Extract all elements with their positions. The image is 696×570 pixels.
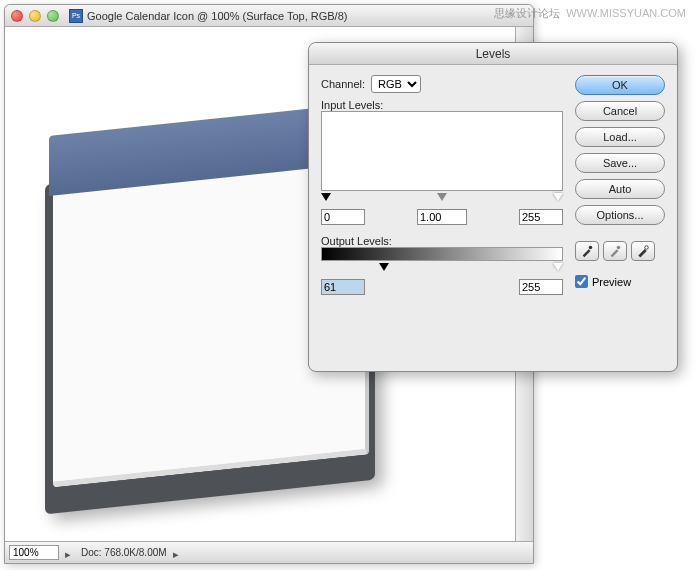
input-levels-label: Input Levels:	[321, 99, 563, 111]
ok-button[interactable]: OK	[575, 75, 665, 95]
auto-button[interactable]: Auto	[575, 179, 665, 199]
chevron-right-icon[interactable]: ▸	[173, 548, 183, 558]
watermark: 思缘设计论坛WWW.MISSYUAN.COM	[494, 6, 686, 21]
midpoint-slider[interactable]	[437, 193, 447, 201]
output-black-slider[interactable]	[379, 263, 389, 271]
input-white-field[interactable]	[519, 209, 563, 225]
svg-point-2	[645, 246, 649, 250]
output-levels-label: Output Levels:	[321, 235, 563, 247]
options-button[interactable]: Options...	[575, 205, 665, 225]
black-point-slider[interactable]	[321, 193, 331, 201]
histogram	[321, 111, 563, 191]
input-black-field[interactable]	[321, 209, 365, 225]
output-gradient	[321, 247, 563, 261]
zoom-field[interactable]: 100%	[9, 545, 59, 560]
channel-select[interactable]: RGB	[371, 75, 421, 93]
preview-label: Preview	[592, 276, 631, 288]
cancel-button[interactable]: Cancel	[575, 101, 665, 121]
eyedropper-group	[575, 241, 665, 261]
gray-eyedropper-icon[interactable]	[603, 241, 627, 261]
white-point-slider[interactable]	[553, 193, 563, 201]
window-title: Google Calendar Icon @ 100% (Surface Top…	[87, 10, 347, 22]
input-mid-field[interactable]	[417, 209, 467, 225]
black-eyedropper-icon[interactable]	[575, 241, 599, 261]
window-controls	[11, 10, 59, 22]
titlebar[interactable]: Google Calendar Icon @ 100% (Surface Top…	[5, 5, 533, 27]
save-button[interactable]: Save...	[575, 153, 665, 173]
close-icon[interactable]	[11, 10, 23, 22]
doc-info: Doc: 768.0K/8.00M	[81, 547, 167, 558]
output-slider[interactable]	[321, 265, 563, 275]
output-black-field[interactable]	[321, 279, 365, 295]
dialog-title[interactable]: Levels	[309, 43, 677, 65]
preview-checkbox[interactable]: Preview	[575, 275, 665, 288]
zoom-icon[interactable]	[47, 10, 59, 22]
svg-point-1	[617, 246, 621, 250]
svg-point-0	[589, 246, 593, 250]
statusbar: 100% ▸ Doc: 768.0K/8.00M ▸	[5, 541, 533, 563]
app-icon	[69, 9, 83, 23]
output-white-slider[interactable]	[553, 263, 563, 271]
chevron-right-icon[interactable]: ▸	[65, 548, 75, 558]
minimize-icon[interactable]	[29, 10, 41, 22]
input-slider[interactable]	[321, 195, 563, 205]
output-white-field[interactable]	[519, 279, 563, 295]
load-button[interactable]: Load...	[575, 127, 665, 147]
white-eyedropper-icon[interactable]	[631, 241, 655, 261]
channel-label: Channel:	[321, 78, 365, 90]
levels-dialog: Levels Channel: RGB Input Levels: Output…	[308, 42, 678, 372]
